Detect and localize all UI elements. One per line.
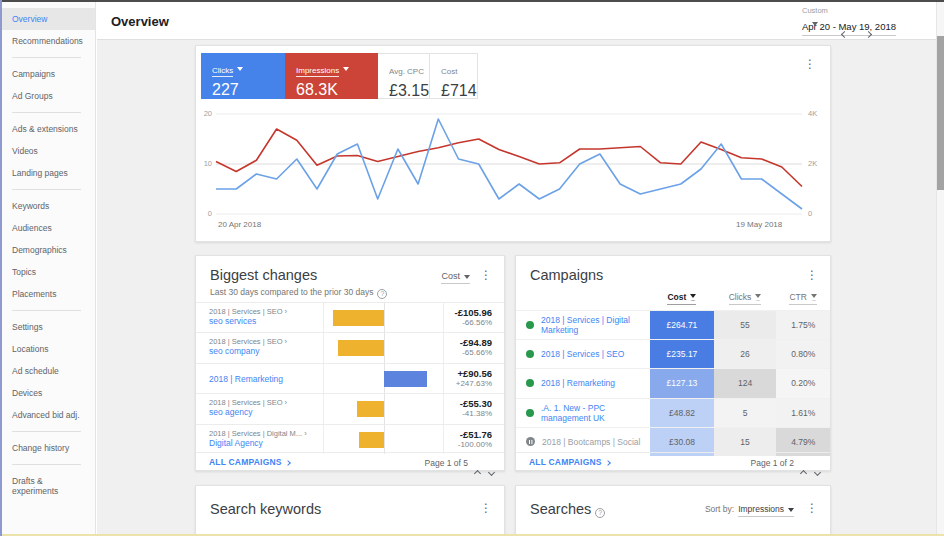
biggest-changes-card: Biggest changes Last 30 days compared to… bbox=[195, 255, 505, 471]
change-percent: -66.56% bbox=[444, 318, 492, 327]
column-header-cost[interactable]: Cost bbox=[650, 292, 714, 302]
page-down-button[interactable] bbox=[813, 459, 822, 481]
change-row-link[interactable]: seo services bbox=[209, 316, 319, 327]
pagination-label: Page 1 of 5 bbox=[425, 458, 468, 468]
campaign-status-icon bbox=[526, 409, 534, 417]
kebab-menu-icon[interactable]: ⋮ bbox=[804, 58, 816, 70]
sidebar-item-topics[interactable]: Topics bbox=[2, 261, 95, 283]
campaign-row[interactable]: 2018 | Services | SEO £235.17 26 0.80% bbox=[516, 339, 830, 368]
chevron-down-icon bbox=[814, 469, 821, 476]
change-row-link[interactable]: seo agency bbox=[209, 407, 319, 418]
change-row-link[interactable]: 2018 | Remarketing bbox=[209, 368, 319, 385]
sidebar-item-change-history[interactable]: Change history bbox=[2, 437, 95, 459]
campaign-clicks-cell: 5 bbox=[714, 399, 777, 427]
sidebar-item-demographics[interactable]: Demographics bbox=[2, 239, 95, 261]
help-icon[interactable] bbox=[377, 289, 387, 299]
page-up-button[interactable] bbox=[799, 460, 808, 482]
sidebar-item-audiences[interactable]: Audiences bbox=[2, 217, 95, 239]
sidebar-item-videos[interactable]: Videos bbox=[2, 140, 95, 162]
change-row-link[interactable]: seo company bbox=[209, 346, 319, 357]
chevron-down-icon[interactable] bbox=[812, 22, 818, 26]
scorecard-cost[interactable]: Cost £714 bbox=[430, 53, 478, 99]
campaign-row[interactable]: 2018 | Remarketing £127.13 124 0.20% bbox=[516, 368, 830, 397]
sidebar-item-ad-schedule[interactable]: Ad schedule bbox=[2, 360, 95, 382]
campaign-row[interactable]: 2018 | Services | Digital Marketing £264… bbox=[516, 310, 830, 339]
x-axis-start-label: 20 Apr 2018 bbox=[218, 220, 261, 229]
change-bar bbox=[359, 432, 384, 448]
change-percent: -65.66% bbox=[444, 348, 492, 357]
scorecard-avg-cpc[interactable]: Avg. CPC £3.15 bbox=[378, 53, 430, 99]
chevron-right-icon bbox=[865, 31, 872, 38]
sidebar-item-landing-pages[interactable]: Landing pages bbox=[2, 162, 95, 184]
campaign-status-icon bbox=[526, 437, 535, 446]
campaign-link[interactable]: .A. 1. New - PPC management UK bbox=[541, 403, 650, 423]
change-row[interactable]: 2018 | Services | Digital M... › Digital… bbox=[196, 424, 504, 454]
chevron-down-icon bbox=[788, 508, 794, 512]
change-row[interactable]: 2018 | Remarketing +£90.56 +247.63% bbox=[196, 363, 504, 393]
column-header-ctr[interactable]: CTR bbox=[776, 292, 830, 302]
campaigns-title: Campaigns bbox=[530, 267, 603, 283]
campaign-ctr-cell: 0.20% bbox=[776, 369, 830, 397]
kebab-menu-icon[interactable]: ⋮ bbox=[480, 269, 492, 281]
sidebar-item-overview[interactable]: Overview bbox=[2, 8, 95, 30]
sidebar-item-advanced-bid-adj[interactable]: Advanced bid adj. bbox=[2, 404, 95, 426]
sort-by-selector[interactable]: Impressions bbox=[738, 504, 794, 517]
campaign-cost-cell: £264.71 bbox=[650, 311, 714, 339]
all-campaigns-link[interactable]: ALL CAMPAIGNS bbox=[529, 457, 610, 467]
scorecard-impressions-value: 68.3K bbox=[296, 81, 378, 99]
kebab-menu-icon[interactable]: ⋮ bbox=[806, 269, 818, 281]
sidebar-item-campaigns[interactable]: Campaigns bbox=[2, 63, 95, 85]
sidebar-item-keywords[interactable]: Keywords bbox=[2, 195, 95, 217]
campaign-clicks-cell: 124 bbox=[714, 369, 777, 397]
right-axis-tick: 2K bbox=[808, 159, 817, 168]
scorecard-impressions[interactable]: Impressions 68.3K bbox=[285, 53, 378, 99]
change-amount: -£55.30 bbox=[444, 398, 492, 409]
sidebar-item-settings[interactable]: Settings bbox=[2, 316, 95, 338]
sidebar-item-locations[interactable]: Locations bbox=[2, 338, 95, 360]
sidebar-item-placements[interactable]: Placements bbox=[2, 283, 95, 305]
help-icon[interactable] bbox=[595, 508, 605, 518]
campaign-ctr-cell: 1.75% bbox=[776, 311, 830, 339]
chevron-up-icon bbox=[800, 470, 807, 477]
campaign-ctr-cell: 1.61% bbox=[776, 399, 830, 427]
change-percent: -100.00% bbox=[444, 440, 492, 449]
search-keywords-card: Search keywords ⋮ Cost Clicks CTR bbox=[195, 485, 505, 536]
next-period-button[interactable] bbox=[863, 20, 874, 44]
kebab-menu-icon[interactable]: ⋮ bbox=[806, 502, 818, 514]
searches-card: Searches Sort by:Impressions ⋮ SEARCH TE… bbox=[515, 485, 831, 536]
sidebar-divider bbox=[12, 57, 81, 58]
scrollbar-thumb[interactable] bbox=[937, 36, 944, 190]
change-row-link[interactable]: Digital Agency bbox=[209, 438, 319, 449]
previous-period-button[interactable] bbox=[839, 20, 850, 44]
sidebar-item-ads-extensions[interactable]: Ads & extensions bbox=[2, 118, 95, 140]
sidebar-item-ad-groups[interactable]: Ad Groups bbox=[2, 85, 95, 107]
chevron-down-icon bbox=[755, 294, 761, 301]
campaign-link[interactable]: 2018 | Services | Digital Marketing bbox=[541, 315, 650, 335]
campaign-cost-cell: £48.82 bbox=[650, 399, 714, 427]
change-row[interactable]: 2018 | Services | SEO › seo company -£94… bbox=[196, 332, 504, 362]
campaign-clicks-cell: 26 bbox=[714, 340, 777, 368]
campaign-link[interactable]: 2018 | Services | SEO bbox=[541, 349, 624, 359]
change-row[interactable]: 2018 | Services | SEO › seo agency -£55.… bbox=[196, 393, 504, 423]
page-up-button[interactable] bbox=[473, 460, 482, 482]
page-down-button[interactable] bbox=[487, 459, 496, 481]
column-header-clicks[interactable]: Clicks bbox=[714, 292, 777, 302]
kebab-menu-icon[interactable]: ⋮ bbox=[480, 502, 492, 514]
campaign-link[interactable]: 2018 | Remarketing bbox=[541, 378, 615, 388]
metric-selector[interactable]: Cost bbox=[441, 271, 470, 284]
campaign-row[interactable]: .A. 1. New - PPC management UK £48.82 5 … bbox=[516, 398, 830, 427]
scorecard-clicks[interactable]: Clicks 227 bbox=[201, 53, 285, 99]
change-row[interactable]: 2018 | Services | SEO › seo services -£1… bbox=[196, 302, 504, 332]
change-row-group: 2018 | Services | SEO › bbox=[209, 307, 319, 316]
all-campaigns-link[interactable]: ALL CAMPAIGNS bbox=[209, 457, 290, 467]
vertical-scrollbar[interactable] bbox=[936, 2, 944, 536]
sidebar-item-recommendations[interactable]: Recommendations bbox=[2, 30, 95, 52]
scorecard-impressions-label[interactable]: Impressions bbox=[296, 66, 339, 77]
sidebar-item-devices[interactable]: Devices bbox=[2, 382, 95, 404]
scorecard-clicks-label[interactable]: Clicks bbox=[212, 66, 233, 77]
change-bar bbox=[384, 371, 428, 387]
campaign-link[interactable]: 2018 | Bootcamps | Social bbox=[542, 437, 640, 447]
sidebar-item-drafts-experiments[interactable]: Drafts & experiments bbox=[2, 470, 95, 502]
campaigns-column-headers: Cost Clicks CTR bbox=[516, 292, 830, 302]
change-bar bbox=[357, 401, 384, 417]
